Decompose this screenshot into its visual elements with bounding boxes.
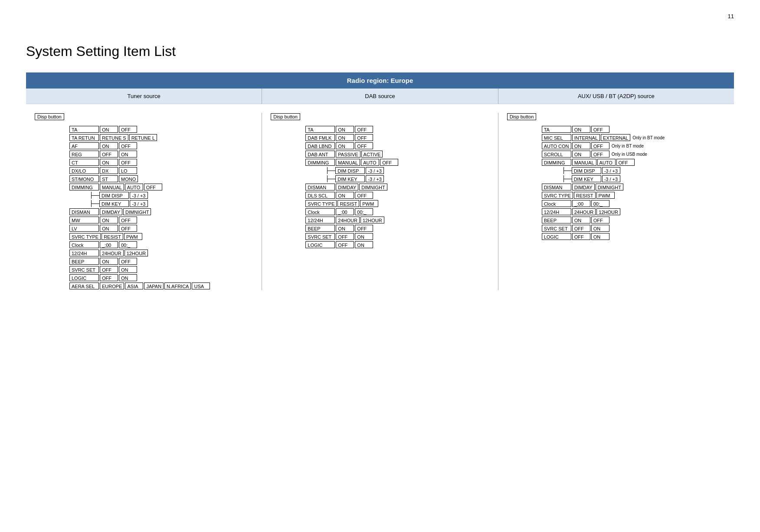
- page-container: 11 System Setting Item List Radio region…: [0, 0, 760, 316]
- tuner-1224h-row: 12/24H 24HOUR 12HOUR: [69, 249, 257, 257]
- tuner-aerasel-nafrica: N.AFRICA: [164, 282, 191, 289]
- tuner-ta-on: ON: [100, 126, 118, 133]
- tuner-reg-label: REG: [69, 151, 99, 158]
- tuner-ct-label: CT: [69, 159, 99, 166]
- dab-ta-row: TA ON OFF: [305, 125, 493, 133]
- aux-1224h-12hour: 12HOUR: [596, 208, 620, 215]
- tuner-lv-off: OFF: [119, 225, 137, 232]
- aux-dimkey-val: -3 / +3: [602, 175, 620, 182]
- dab-dimming-row: DIMMING MANUAL AUTO OFF: [305, 158, 493, 166]
- tuner-beep-row: BEEP ON OFF: [69, 257, 257, 265]
- tuner-taretun-label: TA RETUN: [69, 134, 99, 141]
- columns-area: Disp button TA ON OFF TA RETUN RETUNE S …: [26, 113, 734, 290]
- aux-1224h-24hour: 24HOUR: [572, 208, 596, 215]
- dab-ta-label: TA: [305, 126, 335, 133]
- dab-lbnd-label: DAB LBND: [305, 142, 335, 149]
- tuner-beep-off: OFF: [119, 258, 137, 265]
- dab-dimdisp-row: DIM DISP -3 / +3: [327, 167, 493, 174]
- source-header-aux: AUX/ USB / BT (A2DP) source: [498, 89, 734, 104]
- disp-button-aux: Disp button: [507, 113, 730, 124]
- tuner-aerasel-row: AERA SEL EUROPE ASIA JAPAN N.AFRICA USA: [69, 282, 257, 290]
- tuner-aerasel-europe: EUROPE: [100, 282, 124, 289]
- aux-scroll-label: SCROLL: [542, 151, 571, 158]
- aux-dimkey-label: DIM KEY: [572, 175, 601, 182]
- tuner-stmono-st: ST: [100, 175, 118, 182]
- aux-scroll-row: SCROLL ON OFF Only in USB mode: [542, 150, 730, 158]
- aux-svrcset-on: ON: [591, 225, 609, 232]
- dab-beep-on: ON: [336, 225, 354, 232]
- tuner-logic-label: LOGIC: [69, 274, 99, 281]
- aux-disman-label: DISMAN: [542, 184, 571, 190]
- tuner-clock-val2: 00:_: [119, 241, 137, 248]
- dab-beep-row: BEEP ON OFF: [305, 224, 493, 232]
- tuner-column: Disp button TA ON OFF TA RETUN RETUNE S …: [26, 113, 262, 290]
- tuner-af-row: AF ON OFF: [69, 142, 257, 150]
- tuner-lv-row: LV ON OFF: [69, 224, 257, 232]
- radio-region-header: Radio region: Europe: [26, 72, 734, 89]
- dab-lbnd-on: ON: [336, 142, 354, 149]
- tuner-stmono-row: ST/MONO ST MONO: [69, 175, 257, 183]
- tuner-ct-on: ON: [100, 159, 118, 166]
- tuner-disman-dimnight: DIMNIGHT: [123, 208, 151, 215]
- tuner-svrcset-off: OFF: [100, 266, 118, 273]
- aux-svrcset-off: OFF: [572, 225, 590, 232]
- dab-1224h-24hour: 24HOUR: [336, 217, 360, 223]
- tuner-dimming-auto: AUTO: [125, 184, 143, 190]
- aux-ta-off: OFF: [591, 126, 609, 133]
- dab-disman-dimnight: DIMNIGHT: [359, 184, 387, 190]
- aux-ta-on: ON: [572, 126, 590, 133]
- disp-button-dab: Disp button: [271, 113, 493, 124]
- tuner-1224h-24hour: 24HOUR: [100, 250, 124, 256]
- source-header-dab: DAB source: [262, 89, 498, 104]
- aux-dimming-row: DIMMING MANUAL AUTO OFF: [542, 158, 730, 166]
- tuner-svrcset-label: SVRC SET: [69, 266, 99, 273]
- tuner-ta-label: TA: [69, 126, 99, 133]
- tuner-beep-on: ON: [100, 258, 118, 265]
- dab-clock-val1: _:00: [336, 208, 354, 215]
- tuner-svrctype-pwm: PWM: [124, 233, 142, 240]
- tuner-1224h-12hour: 12HOUR: [124, 250, 148, 256]
- tuner-logic-off: OFF: [100, 274, 118, 281]
- aux-beep-on: ON: [572, 217, 590, 223]
- tuner-af-off: OFF: [119, 142, 137, 149]
- dab-logic-on: ON: [355, 241, 373, 248]
- dab-clock-val2: 00:_: [355, 208, 373, 215]
- aux-svrctype-label: SVRC TYPE: [542, 192, 573, 199]
- dab-1224h-12hour: 12HOUR: [360, 217, 384, 223]
- aux-micsel-row: MIC SEL INTERNAL EXTERNAL Only in BT mod…: [542, 134, 730, 141]
- tuner-reg-on: ON: [119, 151, 137, 158]
- aux-clock-val2: 00:_: [591, 200, 609, 207]
- tuner-taretun-s: RETUNE S: [100, 134, 128, 141]
- dab-ant-active: ACTIVE: [361, 151, 383, 158]
- aux-scroll-on: ON: [572, 151, 590, 158]
- dab-1224h-row: 12/24H 24HOUR 12HOUR: [305, 216, 493, 224]
- tuner-dxlo-dx: DX: [100, 167, 118, 174]
- dab-svrctype-pwm: PWM: [360, 200, 378, 207]
- tuner-logic-row: LOGIC OFF ON: [69, 274, 257, 282]
- aux-autocon-off: OFF: [591, 142, 609, 149]
- tuner-svrctype-label: SVRC TYPE: [69, 233, 101, 240]
- dab-dimming-off: OFF: [380, 159, 398, 166]
- tuner-aerasel-usa: USA: [192, 282, 210, 289]
- aux-disman-dimnight: DIMNIGHT: [596, 184, 623, 190]
- tuner-reg-row: REG OFF ON: [69, 150, 257, 158]
- tuner-ct-row: CT ON OFF: [69, 158, 257, 166]
- tuner-disman-row: DISMAN DIMDAY DIMNIGHT: [69, 208, 257, 216]
- aux-svrctype-row: SVRC TYPE RESIST PWM: [542, 191, 730, 199]
- tuner-svrcset-on: ON: [119, 266, 137, 273]
- dab-dimkey-val: -3 / +3: [366, 175, 384, 182]
- aux-logic-on: ON: [591, 233, 609, 240]
- tuner-dimdisp-label: DIM DISP: [99, 192, 129, 199]
- aux-autocon-label: AUTO CON: [542, 142, 571, 149]
- dab-disman-row: DISMAN DIMDAY DIMNIGHT: [305, 183, 493, 191]
- dab-beep-off: OFF: [355, 225, 373, 232]
- aux-micsel-note: Only in BT mode: [630, 135, 665, 140]
- aux-micsel-internal: INTERNAL: [572, 134, 600, 141]
- tuner-aerasel-japan: JAPAN: [144, 282, 164, 289]
- dab-dimdisp-label: DIM DISP: [335, 167, 365, 174]
- tuner-mw-label: MW: [69, 217, 99, 223]
- dab-svrcset-on: ON: [355, 233, 373, 240]
- dab-beep-label: BEEP: [305, 225, 335, 232]
- tuner-af-on: ON: [100, 142, 118, 149]
- aux-svrctype-pwm: PWM: [596, 192, 615, 199]
